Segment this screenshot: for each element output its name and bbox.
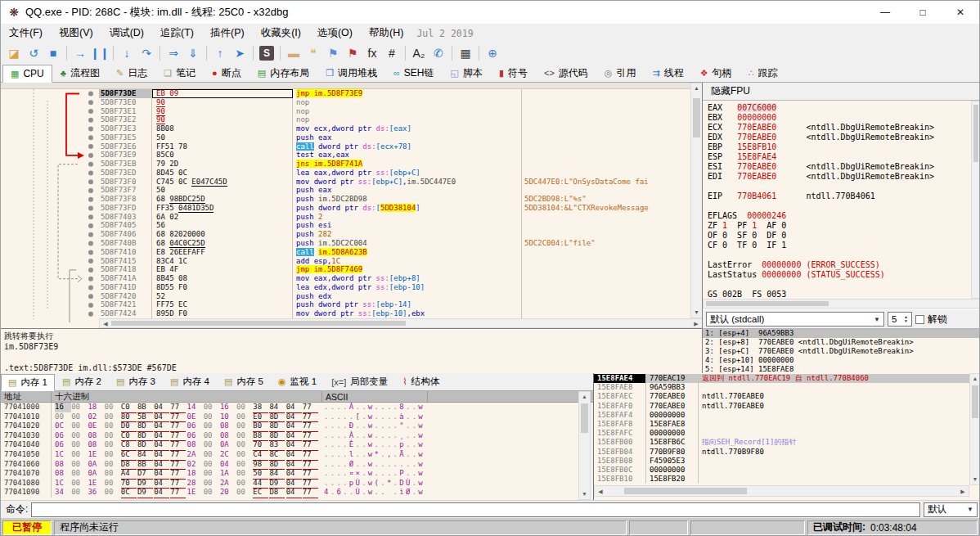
calculator-icon[interactable]: ▦	[456, 44, 475, 62]
register-row[interactable]: EBP 15E8FB10	[708, 142, 971, 152]
hex-row[interactable]: 770410200C000E00D08D047706000800B08D0477…	[1, 421, 578, 431]
tab-symbols[interactable]: ▮符号	[491, 64, 536, 82]
menu-item-V[interactable]: 视图(V)	[51, 24, 101, 43]
register-row[interactable]: EAX 007C6000	[708, 103, 971, 113]
stack-row[interactable]: 15E8FAF400000000	[594, 411, 969, 420]
tab-references[interactable]: ◎引用	[596, 64, 645, 82]
disasm-row[interactable]: 5D8F74036A 02push 2	[1, 213, 690, 222]
registers-hscrollbar[interactable]	[703, 299, 980, 309]
stack-row[interactable]: 15E8FB04770B9F80ntdll.770B9F80	[594, 448, 969, 457]
stack-row[interactable]: 15E8FB1015E8FB20	[594, 475, 969, 484]
tab-seh[interactable]: ∞SEH链	[385, 64, 443, 82]
dump-tab-watch-1[interactable]: ◉监视 1	[271, 373, 324, 390]
hex-row[interactable]: 770410501C001E006C8404772A002C00C48C0477…	[1, 450, 578, 460]
argument-row[interactable]: 1: [esp+4] 96A59BB3	[703, 329, 980, 338]
disasm-row[interactable]: 5D8F7424895D F0mov dword ptr ss:[ebp-10]…	[1, 309, 690, 318]
maximize-button[interactable]: □	[904, 1, 942, 24]
disasm-row[interactable]: 5D8F740556push esi	[1, 221, 690, 230]
register-row[interactable]: EDX 770EABE0 <ntdll.DbgUiRemoteBreakin>	[708, 133, 971, 142]
register-row[interactable]: CF 0 TF 0 IF 1	[708, 241, 971, 250]
run-to-user-code-icon[interactable]: ➤	[230, 44, 249, 62]
patches-icon[interactable]: ▬	[284, 44, 303, 62]
step-into-icon[interactable]: ↓	[117, 44, 137, 62]
animate-into-icon[interactable]: ⇒	[164, 44, 183, 62]
register-row[interactable]: EFLAGS 00000246	[708, 211, 971, 221]
disasm-row[interactable]: 5D8F73E290nop	[1, 115, 690, 124]
hex-row[interactable]: 7704107008000A00A4D7047718001A0050840477…	[1, 469, 578, 479]
register-list[interactable]: EAX 007C6000EBX 00000000ECX 770EABE0 <nt…	[703, 101, 971, 299]
argument-row[interactable]: 3: [esp+C] 770EABE0 <ntdll.DbgUiRemoteBr…	[703, 347, 980, 356]
disasm-row[interactable]: 5D8F741583C4 1Cadd esp,1C	[1, 257, 690, 266]
dump-tab-locals[interactable]: [x=]局部变量	[324, 373, 395, 390]
memory-dump-panel[interactable]: ▤内存 1▤内存 2▤内存 3▤内存 4▤内存 5◉监视 1[x=]局部变量⌇结…	[1, 373, 594, 500]
close-button[interactable]: ✕	[942, 1, 979, 24]
disasm-row[interactable]: 5D8F73F0C745 0C E047C45Dmov dword ptr ss…	[1, 178, 690, 187]
stack-row[interactable]: 15E8FB0015E8FB6C指向SEH_Record[1]的指针	[594, 438, 969, 447]
disasm-row[interactable]: 5D8F7410E8 26EEFAFFcall im.5D8A623B	[1, 248, 690, 257]
restart-icon[interactable]: ↺	[24, 44, 43, 62]
register-row[interactable]: ESP 15E8FAE4	[708, 152, 971, 162]
menu-item-T[interactable]: 追踪(T)	[152, 24, 202, 43]
arguments-list[interactable]: 1: [esp+4] 96A59BB32: [esp+8] 770EABE0 <…	[703, 328, 980, 373]
tab-graph[interactable]: ♣流程图	[52, 64, 108, 82]
disasm-row[interactable]: 5D8F73E38B08mov ecx,dword ptr ds:[eax]	[1, 124, 690, 133]
tab-source[interactable]: <>源代码	[536, 64, 596, 82]
disasm-row[interactable]: 5D8F73ED8D45 0Clea eax,dword ptr ss:[ebp…	[1, 169, 690, 178]
hex-row[interactable]: 77041090340036000CD904771E002000ECD80477…	[1, 488, 578, 498]
register-row[interactable]: LastStatus 00000000 (STATUS_SUCCESS)	[708, 270, 971, 280]
menu-item-O[interactable]: 选项(O)	[309, 24, 361, 43]
tab-call-stack[interactable]: ❒调用堆栈	[317, 64, 385, 82]
step-out-icon[interactable]: ↑	[210, 44, 230, 62]
tab-memory-map[interactable]: ▤内存布局	[249, 64, 317, 82]
dump-tab-memory-3[interactable]: ▤内存 3	[109, 373, 163, 390]
dump-tab-memory-4[interactable]: ▤内存 4	[163, 373, 217, 390]
stack-row[interactable]: 15E8FAFC00000000	[594, 429, 969, 438]
labels-icon[interactable]: ⚑	[323, 44, 343, 62]
menu-item-D[interactable]: 调试(D)	[101, 24, 152, 43]
internet-icon[interactable]: ⊕	[483, 44, 502, 62]
dump-vscrollbar[interactable]: ▲ ▼	[578, 391, 591, 500]
scylla-icon[interactable]: S	[259, 46, 274, 61]
hex-row[interactable]: 7704104006000800C88D047708000A0070830477…	[1, 440, 578, 450]
bookmarks-icon[interactable]: ⚑	[343, 44, 362, 62]
tab-handles[interactable]: ❖句柄	[692, 64, 740, 82]
hex-row[interactable]: 770410801C001E0070D9047728002A0044D90477…	[1, 479, 578, 489]
animate-over-icon[interactable]: ⇓	[183, 44, 203, 62]
stack-row[interactable]: 15E8FAE4770EAC19返回到 ntdll.770EAC19 自 ntd…	[594, 374, 969, 383]
disasm-row[interactable]: 5D8F741A8B45 08mov eax,dword ptr ss:[ebp…	[1, 274, 690, 283]
disassembly-hscrollbar[interactable]: ◀ ▶	[99, 318, 703, 328]
menu-item-I[interactable]: 收藏夹(I)	[253, 24, 309, 43]
open-file-icon[interactable]: ◪	[4, 44, 24, 62]
disasm-row[interactable]: 5D8F73F868 98BDC25Dpush im.5DC2BD985DC2B…	[1, 195, 690, 204]
disasm-row[interactable]: 5D8F73DEEB 09jmp im.5D8F73E9	[1, 89, 690, 98]
minimize-button[interactable]: —	[866, 1, 904, 24]
spinner-arrows-icon[interactable]: ▲▼	[904, 315, 908, 323]
disassembly-panel[interactable]: 5D8F73DEEB 09jmp im.5D8F73E95D8F73E090no…	[1, 83, 703, 328]
menu-item-F[interactable]: 文件(F)	[1, 24, 51, 43]
disasm-row[interactable]: 5D8F740668 82020000push 282	[1, 230, 690, 239]
command-script-select[interactable]: 默认▼	[924, 502, 978, 517]
menu-item-P[interactable]: 插件(P)	[202, 24, 253, 43]
disasm-row[interactable]: 5D8F73E190nop	[1, 107, 690, 116]
register-row[interactable]: EDI 770EABE0 <ntdll.DbgUiRemoteBreakin>	[708, 172, 971, 182]
disasm-row[interactable]: 5D8F7418EB 4Fjmp im.5D8F7469	[1, 265, 690, 274]
stack-row[interactable]: 15E8FAE896A59BB3	[594, 383, 969, 392]
hide-fpu-button[interactable]: 隐藏FPU	[711, 84, 750, 98]
disasm-row[interactable]: 5D8F740B68 04C0C25Dpush im.5DC2C0045DC2C…	[1, 239, 690, 248]
stack-row[interactable]: 15E8FB0C00000000	[594, 466, 969, 475]
disasm-row[interactable]: 5D8F73F750push eax	[1, 186, 690, 195]
hex-row[interactable]: 7704106008000A00D88B047702000400988D0477…	[1, 460, 578, 470]
dump-tab-memory-2[interactable]: ▤内存 2	[55, 373, 109, 390]
stack-vscrollbar[interactable]: ▲ ▼	[969, 373, 980, 485]
disasm-row[interactable]: 5D8F73E090nop	[1, 98, 690, 107]
disasm-row[interactable]: 5D8F73E6FF51 78call dword ptr ds:[ecx+78…	[1, 142, 690, 151]
command-input[interactable]	[31, 502, 920, 517]
register-row[interactable]: OF 0 SF 0 DF 0	[708, 231, 971, 241]
tab-breakpoints[interactable]: ●断点	[204, 64, 249, 82]
disasm-row[interactable]: 5D8F73E985C0test eax,eax	[1, 151, 690, 160]
stack-row[interactable]: 15E8FAF815E8FAE8	[594, 420, 969, 429]
attach-icon[interactable]: ✆	[429, 44, 448, 62]
dump-tab-memory-5[interactable]: ▤内存 5	[217, 373, 271, 390]
argument-row[interactable]: 2: [esp+8] 770EABE0 <ntdll.DbgUiRemoteBr…	[703, 338, 980, 347]
stack-row[interactable]: 15E8FB08F45905E3	[594, 457, 969, 466]
